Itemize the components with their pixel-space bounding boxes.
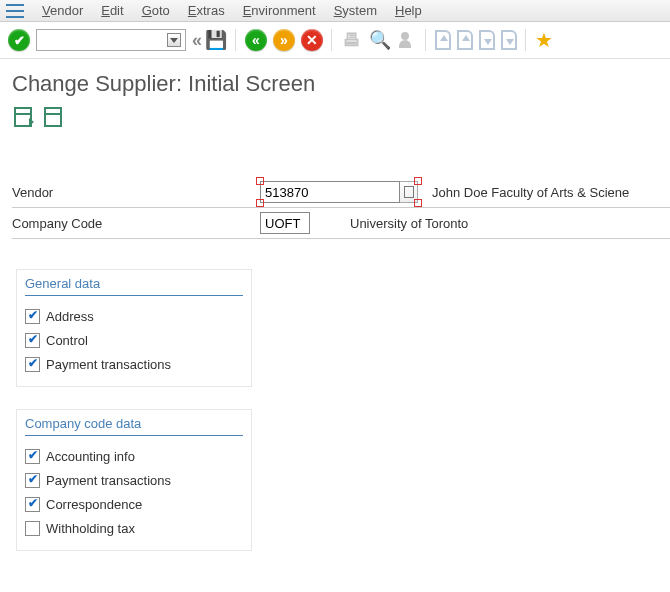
cc-payment-trans-checkbox-label: Payment transactions (46, 473, 171, 488)
company-code-data-heading: Company code data (25, 414, 243, 435)
exit-button[interactable]: » (273, 29, 295, 51)
address-checkbox-label: Address (46, 309, 94, 324)
correspondence-checkbox-row: ✔ Correspondence (25, 492, 243, 516)
address-checkbox-row: ✔ Address (25, 304, 243, 328)
menu-edit[interactable]: Edit (101, 3, 123, 18)
command-field[interactable] (36, 29, 186, 51)
selection-form: Vendor John Doe Faculty of Arts & Sciene… (0, 131, 670, 551)
menu-system[interactable]: System (334, 3, 377, 18)
general-data-heading: General data (25, 274, 243, 295)
app-menu-icon[interactable] (6, 4, 24, 18)
cc-payment-trans-checkbox[interactable]: ✔ (25, 473, 40, 488)
menu-bar: Vendor Edit Goto Extras Environment Syst… (0, 0, 670, 22)
selection-handle (256, 177, 264, 185)
control-checkbox-row: ✔ Control (25, 328, 243, 352)
previous-page-icon[interactable] (457, 30, 473, 50)
menu-goto[interactable]: Goto (142, 3, 170, 18)
toolbar-separator (525, 29, 527, 51)
search-help-icon (404, 186, 414, 198)
correspondence-checkbox-label: Correspondence (46, 497, 142, 512)
selection-handle (414, 199, 422, 207)
withholding-tax-checkbox-row: Withholding tax (25, 516, 243, 540)
toolbar-separator (235, 29, 237, 51)
page-title: Change Supplier: Initial Screen (0, 59, 670, 103)
back-history-icon[interactable]: « (192, 30, 199, 51)
company-code-data-group: Company code data ✔ Accounting info ✔ Pa… (16, 409, 252, 551)
find-icon[interactable]: 🔍 (369, 29, 391, 51)
favorites-icon[interactable]: ★ (535, 28, 553, 52)
payment-trans-checkbox-row: ✔ Payment transactions (25, 352, 243, 376)
vendor-description: John Doe Faculty of Arts & Sciene (432, 185, 629, 200)
row-divider (12, 207, 670, 208)
payment-trans-checkbox-label: Payment transactions (46, 357, 171, 372)
company-code-label: Company Code (12, 216, 260, 231)
cc-payment-trans-checkbox-row: ✔ Payment transactions (25, 468, 243, 492)
general-data-group: General data ✔ Address ✔ Control ✔ Payme… (16, 269, 252, 387)
save-icon[interactable]: 💾 (205, 29, 227, 51)
application-toolbar (0, 103, 670, 131)
menu-vendor[interactable]: Vendor (42, 3, 83, 18)
cancel-button[interactable]: ✕ (301, 29, 323, 51)
withholding-tax-checkbox[interactable] (25, 521, 40, 536)
first-page-icon[interactable] (435, 30, 451, 50)
menu-extras[interactable]: Extras (188, 3, 225, 18)
accounting-info-checkbox[interactable]: ✔ (25, 449, 40, 464)
company-code-row: Company Code University of Toronto (12, 210, 670, 236)
selection-handle (414, 177, 422, 185)
control-checkbox[interactable]: ✔ (25, 333, 40, 348)
menu-environment[interactable]: Environment (243, 3, 316, 18)
selection-handle (256, 199, 264, 207)
execute-icon[interactable] (14, 107, 32, 127)
system-toolbar: ✔ « 💾 « » ✕ 🖶 🔍 ★ (0, 22, 670, 59)
company-code-input[interactable] (260, 212, 310, 234)
command-field-dropdown-icon[interactable] (167, 33, 181, 47)
menu-help[interactable]: Help (395, 3, 422, 18)
toolbar-separator (331, 29, 333, 51)
control-checkbox-label: Control (46, 333, 88, 348)
enter-button[interactable]: ✔ (8, 29, 30, 51)
overview-icon[interactable] (44, 107, 62, 127)
find-next-icon[interactable] (397, 30, 417, 50)
print-icon[interactable]: 🖶 (341, 29, 363, 51)
correspondence-checkbox[interactable]: ✔ (25, 497, 40, 512)
address-checkbox[interactable]: ✔ (25, 309, 40, 324)
group-divider (25, 295, 243, 296)
company-code-input-wrapper (260, 212, 310, 234)
accounting-info-checkbox-label: Accounting info (46, 449, 135, 464)
payment-trans-checkbox[interactable]: ✔ (25, 357, 40, 372)
toolbar-separator (425, 29, 427, 51)
next-page-icon[interactable] (479, 30, 495, 50)
vendor-input[interactable] (260, 181, 400, 203)
company-code-description: University of Toronto (350, 216, 468, 231)
back-button[interactable]: « (245, 29, 267, 51)
last-page-icon[interactable] (501, 30, 517, 50)
group-divider (25, 435, 243, 436)
withholding-tax-checkbox-label: Withholding tax (46, 521, 135, 536)
vendor-row: Vendor John Doe Faculty of Arts & Sciene (12, 179, 670, 205)
row-divider (12, 238, 670, 239)
accounting-info-checkbox-row: ✔ Accounting info (25, 444, 243, 468)
vendor-input-wrapper (260, 181, 418, 203)
vendor-label: Vendor (12, 185, 260, 200)
